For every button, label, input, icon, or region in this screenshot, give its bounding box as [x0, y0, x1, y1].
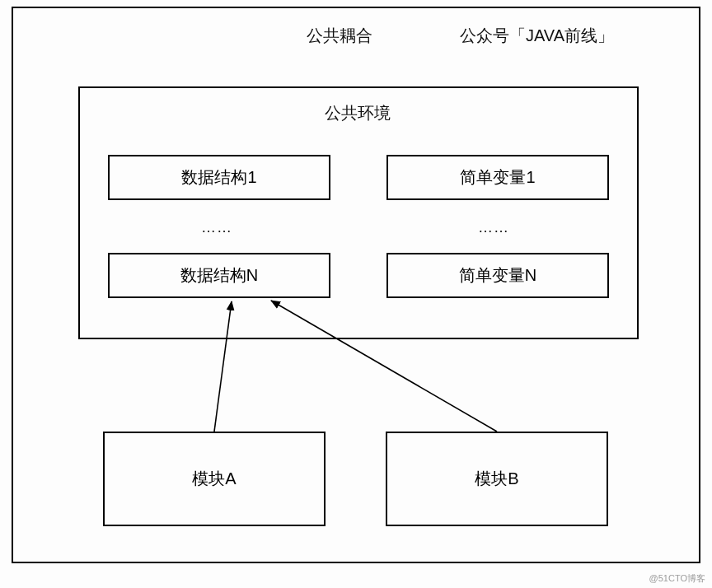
diagram-canvas: 公共耦合 公众号「JAVA前线」 公共环境 数据结构1 …… 数据结构N 简单变…: [0, 0, 712, 588]
simple-variable-1-node: 简单变量1: [386, 155, 609, 200]
module-a-node: 模块A: [103, 432, 326, 526]
ellipsis-left: ……: [201, 219, 232, 236]
data-structure-n-label: 数据结构N: [180, 264, 258, 287]
diagram-author: 公众号「JAVA前线」: [460, 25, 614, 47]
simple-variable-n-node: 简单变量N: [386, 253, 609, 298]
public-environment-box: [78, 86, 639, 339]
ellipsis-right: ……: [478, 219, 509, 236]
watermark: @51CTO博客: [649, 572, 705, 585]
module-b-label: 模块B: [475, 468, 518, 490]
module-a-label: 模块A: [192, 468, 236, 490]
diagram-title: 公共耦合: [307, 25, 372, 47]
data-structure-1-label: 数据结构1: [181, 166, 256, 189]
data-structure-n-node: 数据结构N: [108, 253, 330, 298]
data-structure-1-node: 数据结构1: [108, 155, 330, 200]
simple-variable-n-label: 简单变量N: [459, 264, 536, 287]
simple-variable-1-label: 简单变量1: [460, 166, 535, 189]
public-environment-title: 公共环境: [325, 102, 391, 124]
module-b-node: 模块B: [386, 432, 608, 526]
